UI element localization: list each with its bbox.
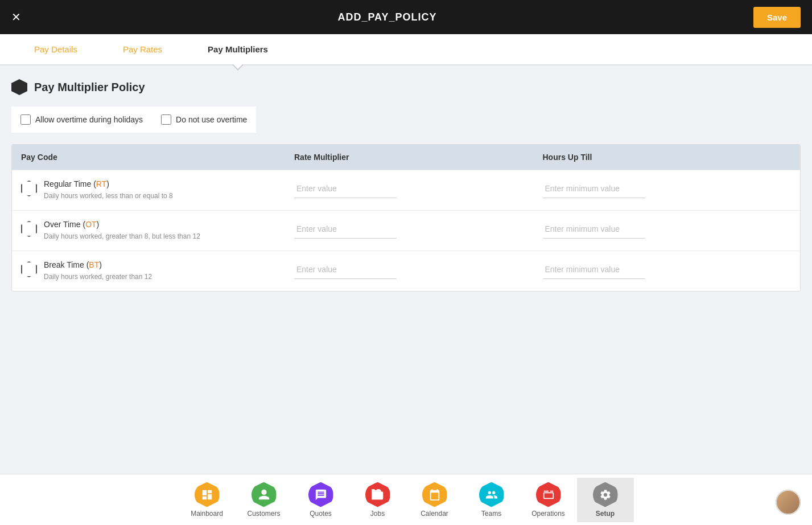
pay-code-badge-bt: BT [89,260,99,269]
rate-multiplier-input-ot[interactable] [294,220,397,239]
nav-label-calendar: Calendar [421,510,448,518]
checkboxes-row: Allow overtime during holidays Do not us… [11,106,801,133]
operations-icon [536,482,561,507]
section-icon [11,79,27,95]
pay-code-cell-rt: Regular Time (RT) Daily hours worked, le… [21,179,294,201]
pay-code-name-bt: Break Time (BT) [44,260,152,269]
page-title: ADD_PAY_POLICY [337,11,436,23]
nav-label-mainboard: Mainboard [191,510,223,518]
section-header: Pay Multiplier Policy [11,79,801,95]
nav-label-operations: Operations [531,510,565,518]
pay-code-name-rt: Regular Time (RT) [44,179,173,188]
no-overtime-checkbox[interactable] [161,114,171,125]
customers-icon [252,482,277,507]
table-row: Regular Time (RT) Daily hours worked, le… [12,170,800,210]
nav-item-setup[interactable]: Setup [577,478,634,522]
rate-multiplier-input-bt[interactable] [294,260,397,279]
bottom-navigation: Mainboard Customers Quotes Jobs Calendar… [0,474,812,525]
nav-item-operations[interactable]: Operations [520,478,577,522]
quotes-icon [308,482,333,507]
pay-code-cell-bt: Break Time (BT) Daily hours worked, grea… [21,260,294,282]
nav-label-setup: Setup [596,510,615,518]
no-overtime-label: Do not use overtime [176,115,247,124]
setup-icon [593,482,618,507]
tab-pay-rates[interactable]: Pay Rates [100,34,185,64]
jobs-icon [365,482,390,507]
teams-icon [479,482,504,507]
user-avatar[interactable] [776,490,801,515]
pay-code-badge-ot: OT [85,220,96,229]
pay-code-cell-ot: Over Time (OT) Daily hours worked, great… [21,220,294,241]
hours-up-till-input-rt[interactable] [543,179,645,198]
nav-label-customers: Customers [247,510,280,518]
table-row: Break Time (BT) Daily hours worked, grea… [12,251,800,291]
rate-multiplier-cell-bt [294,260,543,279]
mainboard-icon [195,482,220,507]
pay-multiplier-table: Pay Code Rate Multiplier Hours Up Till R… [11,144,801,292]
tab-pay-details[interactable]: Pay Details [11,34,100,64]
nav-item-calendar[interactable]: Calendar [406,478,463,522]
nav-item-customers[interactable]: Customers [236,478,292,522]
pay-code-name-ot: Over Time (OT) [44,220,200,229]
pay-code-hex-icon-ot [21,221,37,237]
save-button[interactable]: Save [753,7,801,28]
pay-code-badge-rt: RT [96,179,106,188]
rate-multiplier-cell-ot [294,220,543,239]
nav-label-teams: Teams [481,510,501,518]
pay-code-hex-icon-bt [21,261,37,277]
table-header: Pay Code Rate Multiplier Hours Up Till [12,145,800,170]
col-header-hours-up-till: Hours Up Till [543,153,792,162]
pay-code-desc-bt: Daily hours worked, greater than 12 [44,272,152,282]
allow-overtime-checkbox-item: Allow overtime during holidays [11,106,152,133]
section-title: Pay Multiplier Policy [34,81,145,94]
nav-label-jobs: Jobs [370,510,385,518]
hours-up-till-cell-bt [543,260,792,279]
col-header-pay-code: Pay Code [21,153,294,162]
calendar-icon [422,482,447,507]
hours-up-till-input-ot[interactable] [543,220,645,239]
hours-up-till-cell-ot [543,220,792,239]
nav-item-mainboard[interactable]: Mainboard [179,478,236,522]
main-content: Pay Multiplier Policy Allow overtime dur… [0,65,812,305]
header: ✕ ADD_PAY_POLICY Save [0,0,812,34]
hours-up-till-cell-rt [543,179,792,198]
allow-overtime-label: Allow overtime during holidays [35,115,143,124]
nav-item-quotes[interactable]: Quotes [292,478,349,522]
nav-item-jobs[interactable]: Jobs [349,478,406,522]
nav-item-teams[interactable]: Teams [463,478,520,522]
table-row: Over Time (OT) Daily hours worked, great… [12,210,800,251]
rate-multiplier-cell-rt [294,179,543,198]
no-overtime-checkbox-item: Do not use overtime [152,106,256,133]
tab-pay-multipliers[interactable]: Pay Multipliers [185,34,291,64]
col-header-rate-multiplier: Rate Multiplier [294,153,543,162]
pay-code-hex-icon-rt [21,181,37,196]
pay-code-desc-ot: Daily hours worked, greater than 8, but … [44,231,200,241]
rate-multiplier-input-rt[interactable] [294,179,397,198]
pay-code-desc-rt: Daily hours worked, less than or equal t… [44,191,173,201]
hours-up-till-input-bt[interactable] [543,260,645,279]
allow-overtime-checkbox[interactable] [20,114,31,125]
close-button[interactable]: ✕ [11,10,21,24]
tabs-container: Pay Details Pay Rates Pay Multipliers [0,34,812,65]
nav-label-quotes: Quotes [310,510,332,518]
